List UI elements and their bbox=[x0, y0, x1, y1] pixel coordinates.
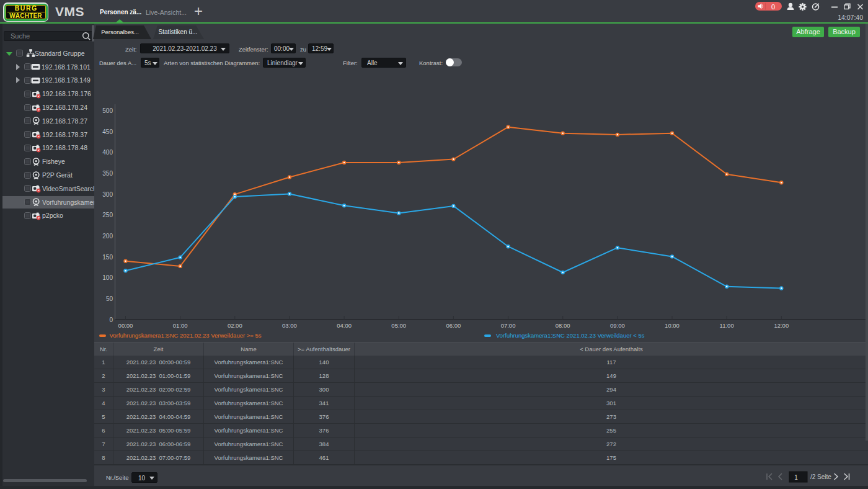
svg-text:09:00: 09:00 bbox=[610, 322, 625, 329]
svg-text:12:00: 12:00 bbox=[774, 322, 789, 329]
svg-text:02:00: 02:00 bbox=[228, 322, 242, 329]
svg-text:00:00: 00:00 bbox=[118, 322, 133, 329]
svg-text:250: 250 bbox=[102, 212, 113, 218]
svg-text:350: 350 bbox=[102, 170, 113, 177]
svg-text:150: 150 bbox=[102, 254, 113, 261]
svg-text:100: 100 bbox=[102, 274, 113, 281]
svg-text:50: 50 bbox=[106, 295, 113, 302]
svg-text:10:00: 10:00 bbox=[665, 322, 680, 329]
svg-text:11:00: 11:00 bbox=[720, 322, 734, 329]
svg-text:0: 0 bbox=[109, 316, 113, 323]
svg-text:06:00: 06:00 bbox=[446, 322, 461, 329]
svg-text:200: 200 bbox=[102, 233, 113, 240]
svg-text:04:00: 04:00 bbox=[337, 322, 352, 329]
svg-text:01:00: 01:00 bbox=[173, 322, 188, 329]
svg-text:500: 500 bbox=[102, 107, 113, 114]
svg-text:/2 Seite: /2 Seite bbox=[810, 473, 831, 480]
svg-text:0: 0 bbox=[771, 3, 775, 11]
svg-text:400: 400 bbox=[102, 149, 113, 156]
svg-text:450: 450 bbox=[102, 128, 113, 135]
svg-text:07:00: 07:00 bbox=[501, 322, 516, 329]
svg-text:05:00: 05:00 bbox=[391, 322, 406, 329]
svg-text:03:00: 03:00 bbox=[282, 322, 297, 329]
svg-text:300: 300 bbox=[102, 191, 113, 198]
svg-text:1: 1 bbox=[794, 474, 798, 481]
svg-text:08:00: 08:00 bbox=[556, 322, 570, 329]
